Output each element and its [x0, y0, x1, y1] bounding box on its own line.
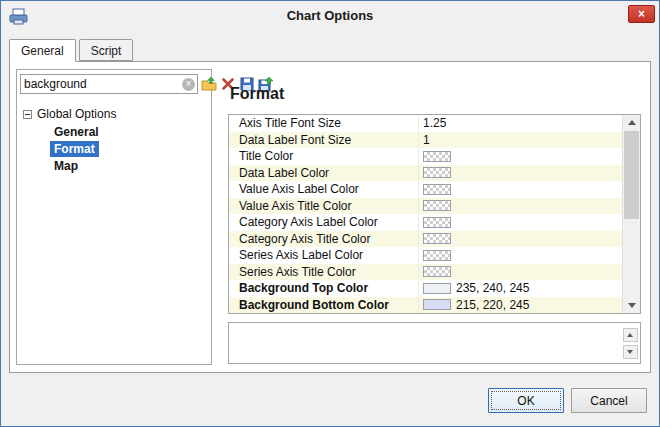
ok-button[interactable]: OK	[488, 388, 564, 413]
property-row[interactable]: Series Axis Title Color	[229, 264, 623, 281]
color-swatch-transparent[interactable]	[423, 266, 451, 277]
color-swatch-transparent[interactable]	[423, 151, 451, 162]
grid-scrollbar[interactable]	[622, 115, 640, 313]
color-swatch-transparent[interactable]	[423, 184, 451, 195]
property-value[interactable]	[419, 264, 623, 281]
tree-item-format[interactable]: Format	[50, 141, 99, 157]
property-name: Title Color	[229, 148, 419, 165]
property-value[interactable]	[419, 148, 623, 165]
property-value[interactable]	[419, 231, 623, 248]
color-value-text: 235, 240, 245	[456, 281, 529, 295]
footer: OK Cancel	[488, 388, 647, 413]
tree-item-general[interactable]: General	[50, 124, 103, 140]
tab-script[interactable]: Script	[79, 39, 134, 61]
scroll-up-icon[interactable]	[623, 115, 640, 130]
property-name: Series Axis Label Color	[229, 247, 419, 264]
property-name: Data Label Font Size	[229, 132, 419, 149]
search-box: ×	[20, 74, 198, 94]
property-value[interactable]	[419, 165, 623, 182]
property-value[interactable]	[419, 247, 623, 264]
property-name: Axis Title Font Size	[229, 115, 419, 132]
property-value[interactable]: 1.25	[419, 115, 623, 132]
description-box	[228, 322, 641, 364]
property-row[interactable]: Value Axis Label Color	[229, 181, 623, 198]
description-scroll-up-icon[interactable]	[623, 328, 638, 342]
property-value[interactable]	[419, 198, 623, 215]
color-swatch-transparent[interactable]	[423, 217, 451, 228]
color-value-text: 215, 220, 245	[456, 298, 529, 312]
chart-options-dialog: Chart Options × General Script ×	[0, 0, 660, 427]
property-name: Category Axis Label Color	[229, 214, 419, 231]
property-name: Data Label Color	[229, 165, 419, 182]
color-swatch[interactable]	[423, 299, 451, 310]
scroll-down-icon[interactable]	[623, 298, 640, 313]
tree-root-label: Global Options	[37, 107, 116, 121]
property-value[interactable]	[419, 214, 623, 231]
color-swatch[interactable]	[423, 283, 451, 294]
property-row[interactable]: Data Label Color	[229, 165, 623, 182]
property-name: Value Axis Label Color	[229, 181, 419, 198]
property-grid: Axis Title Font Size1.25Data Label Font …	[228, 114, 641, 314]
clear-search-icon[interactable]: ×	[182, 78, 195, 91]
property-name: Series Axis Title Color	[229, 264, 419, 281]
property-row[interactable]: Axis Title Font Size1.25	[229, 115, 623, 132]
property-value[interactable]: 215, 220, 245	[419, 297, 623, 314]
titlebar: Chart Options ×	[1, 1, 659, 31]
property-row[interactable]: Value Axis Title Color	[229, 198, 623, 215]
property-grid-rows: Axis Title Font Size1.25Data Label Font …	[229, 115, 623, 313]
property-value[interactable]	[419, 181, 623, 198]
category-heading: Format	[230, 85, 284, 103]
property-name: Background Bottom Color	[229, 297, 419, 314]
property-value[interactable]: 1	[419, 132, 623, 149]
color-swatch-transparent[interactable]	[423, 167, 451, 178]
description-scroll	[621, 324, 639, 362]
property-name: Value Axis Title Color	[229, 198, 419, 215]
color-swatch-transparent[interactable]	[423, 250, 451, 261]
scrollbar-thumb[interactable]	[624, 131, 639, 219]
property-value-text: 1	[423, 133, 430, 147]
tab-general[interactable]: General	[9, 39, 76, 62]
property-value[interactable]: 235, 240, 245	[419, 280, 623, 297]
tab-content: ×	[9, 61, 651, 373]
property-row[interactable]: Title Color	[229, 148, 623, 165]
property-row[interactable]: Background Top Color235, 240, 245	[229, 280, 623, 297]
color-swatch-transparent[interactable]	[423, 200, 451, 211]
property-value-text: 1.25	[423, 116, 446, 130]
color-swatch-transparent[interactable]	[423, 233, 451, 244]
property-row[interactable]: Category Axis Label Color	[229, 214, 623, 231]
tree-item-map[interactable]: Map	[50, 158, 82, 174]
property-row[interactable]: Background Bottom Color215, 220, 245	[229, 297, 623, 314]
properties-panel: Format Axis Title Font Size1.25Data Labe…	[220, 62, 650, 372]
cancel-button[interactable]: Cancel	[571, 388, 647, 413]
window-title: Chart Options	[1, 8, 659, 23]
property-name: Background Top Color	[229, 280, 419, 297]
property-row[interactable]: Series Axis Label Color	[229, 247, 623, 264]
close-button[interactable]: ×	[628, 5, 655, 23]
options-tree: Global Options GeneralFormatMap	[17, 97, 211, 185]
description-scroll-down-icon[interactable]	[623, 345, 638, 359]
tree-children: GeneralFormatMap	[50, 124, 205, 174]
property-name: Category Axis Title Color	[229, 231, 419, 248]
collapse-icon[interactable]	[23, 110, 32, 119]
search-input[interactable]	[21, 77, 182, 91]
tab-strip: General Script	[9, 39, 136, 62]
categories-panel: ×	[16, 69, 212, 365]
property-row[interactable]: Data Label Font Size1	[229, 132, 623, 149]
property-row[interactable]: Category Axis Title Color	[229, 231, 623, 248]
search-toolbar: ×	[17, 70, 211, 97]
open-folder-icon[interactable]	[201, 75, 217, 93]
tree-root[interactable]: Global Options	[23, 107, 205, 121]
